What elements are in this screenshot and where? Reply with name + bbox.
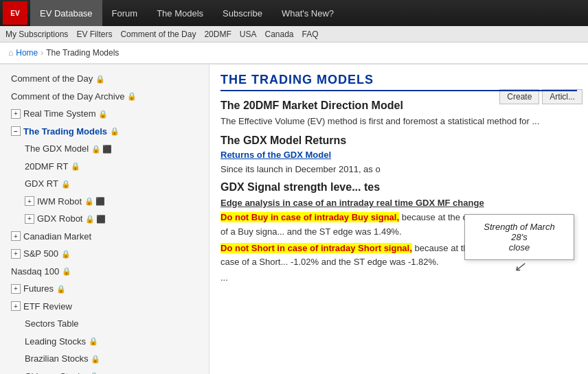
sidebar-item-etf-review[interactable]: + ETF Review bbox=[0, 298, 209, 316]
lock-icon: 🔒 bbox=[91, 353, 100, 365]
sidebar-label: IWM Robot bbox=[37, 195, 82, 209]
sidebar-item-brazilian-stocks[interactable]: Brazilian Stocks 🔒 bbox=[0, 350, 209, 368]
lock-icon: 🔒 bbox=[98, 108, 108, 120]
lock-icon: 🔒 bbox=[91, 143, 101, 155]
top-nav: EV EV Database Forum The Models Subscrib… bbox=[0, 0, 588, 26]
nav-tab-models[interactable]: The Models bbox=[147, 0, 213, 26]
sidebar-item-nasdaq100[interactable]: Nasdaq 100 🔒 bbox=[0, 263, 209, 281]
breadcrumb-separator: › bbox=[41, 48, 43, 58]
sidebar-item-trading-models[interactable]: − The Trading Models 🔒 bbox=[0, 123, 209, 141]
sidebar-label: The GDX Model bbox=[25, 142, 89, 156]
expander-icon[interactable]: + bbox=[11, 284, 21, 294]
sidebar-label: ETF Review bbox=[23, 300, 72, 314]
sidebar-item-canadian-market[interactable]: + Canadian Market bbox=[0, 228, 209, 246]
lock-icon: 🔒 bbox=[110, 126, 120, 137]
sidebar-item-leading-stocks[interactable]: Leading Stocks 🔒 bbox=[0, 333, 209, 351]
external-icon: ⬛ bbox=[96, 213, 106, 225]
sidebar-label: Canadian Market bbox=[23, 230, 91, 244]
sidebar-label: Nasdaq 100 bbox=[11, 265, 59, 279]
section1-body: The Effective Volume (EV) method is firs… bbox=[220, 116, 577, 126]
section2-body: Since its launch in December 2011, as o bbox=[220, 164, 577, 174]
sidebar-label: Leading Stocks bbox=[25, 335, 86, 349]
home-icon: ⌂ bbox=[8, 48, 13, 58]
lock-icon: 🔒 bbox=[56, 283, 66, 295]
breadcrumb-home-link[interactable]: Home bbox=[16, 48, 38, 58]
external-icon: ⬛ bbox=[102, 143, 112, 155]
sidebar-label: Brazilian Stocks bbox=[25, 352, 88, 366]
sidebar-label: 20DMF RT bbox=[25, 160, 68, 174]
sec-nav-usa[interactable]: USA bbox=[240, 30, 257, 39]
sidebar-label: GDX Robot bbox=[37, 212, 82, 226]
lock-icon: 🔒 bbox=[84, 196, 94, 207]
sec-nav-faq[interactable]: FAQ bbox=[302, 30, 319, 39]
page-title: THE TRADING MODELS bbox=[220, 73, 577, 91]
sidebar-label: Real Time System bbox=[23, 107, 95, 121]
lock-icon: 🔒 bbox=[62, 266, 71, 277]
tooltip-line2: close bbox=[509, 242, 530, 253]
sidebar-item-sp500[interactable]: + S&P 500 🔒 bbox=[0, 245, 209, 263]
breadcrumb: ⌂ Home › The Trading Models bbox=[0, 43, 588, 64]
external-icon: ⬛ bbox=[95, 196, 105, 207]
sidebar-label: GDX RT bbox=[25, 177, 58, 191]
sec-nav-20dmf[interactable]: 20DMF bbox=[204, 30, 231, 39]
tooltip-arrow: ↙ bbox=[514, 259, 525, 273]
sidebar-item-gdx-rt[interactable]: GDX RT 🔒 bbox=[0, 175, 209, 193]
breadcrumb-current: The Trading Models bbox=[46, 48, 119, 58]
sidebar-item-sectors-table[interactable]: Sectors Table bbox=[0, 315, 209, 333]
tooltip-line1: Strength of March 28's bbox=[484, 222, 554, 242]
signal-line-1-prefix: Do not Buy in case of intraday Buy signa… bbox=[220, 212, 399, 222]
sidebar-item-comment-of-day[interactable]: Comment of the Day 🔒 bbox=[0, 70, 209, 88]
sidebar-item-20dmf-rt[interactable]: 20DMF RT 🔒 bbox=[0, 158, 209, 176]
section3-title: GDX Signal strength leve... tes bbox=[220, 181, 577, 194]
lock-icon: 🔒 bbox=[127, 91, 137, 102]
sec-nav-comment-of-day[interactable]: Comment of the Day bbox=[120, 30, 196, 39]
section2-title: The GDX Model Returns bbox=[220, 135, 577, 147]
tooltip-box: Strength of March 28's close ↙ bbox=[464, 214, 574, 260]
edge-analysis-label: Edge analysis in case of an intraday rea… bbox=[220, 198, 577, 208]
sidebar-item-chinese-stocks[interactable]: Chinese Stocks 🔒 bbox=[0, 368, 209, 375]
nav-tab-forum[interactable]: Forum bbox=[102, 0, 148, 26]
lock-icon: 🔒 bbox=[85, 213, 95, 225]
expander-icon[interactable]: + bbox=[25, 214, 34, 224]
sidebar-item-iwm-robot[interactable]: + IWM Robot 🔒 ⬛ bbox=[0, 193, 209, 211]
expander-icon[interactable]: + bbox=[11, 109, 21, 119]
sidebar-label: Chinese Stocks bbox=[25, 370, 87, 375]
lock-icon: 🔒 bbox=[89, 336, 98, 347]
content-ellipsis: ... bbox=[220, 272, 577, 283]
sidebar-label: Comment of the Day Archive bbox=[11, 90, 124, 104]
expander-icon[interactable]: + bbox=[11, 249, 21, 259]
lock-icon: 🔒 bbox=[71, 161, 80, 172]
section1-title: The 20DMF Market Direction Model bbox=[220, 100, 577, 112]
sidebar-item-gdx-model[interactable]: The GDX Model 🔒 ⬛ bbox=[0, 140, 209, 158]
nav-tab-ev-database[interactable]: EV Database bbox=[30, 0, 102, 26]
sidebar-label: Sectors Table bbox=[25, 317, 79, 331]
expander-icon[interactable]: + bbox=[25, 196, 34, 206]
sec-nav-ev-filters[interactable]: EV Filters bbox=[76, 30, 112, 39]
main-layout: Comment of the Day 🔒 Comment of the Day … bbox=[0, 65, 588, 374]
sidebar-item-comment-archive[interactable]: Comment of the Day Archive 🔒 bbox=[0, 88, 209, 106]
signal-line-2-prefix: Do not Short in case of intraday Short s… bbox=[220, 243, 412, 253]
sidebar: Comment of the Day 🔒 Comment of the Day … bbox=[0, 65, 210, 374]
sidebar-label: The Trading Models bbox=[23, 125, 107, 139]
nav-tab-subscribe[interactable]: Subscribe bbox=[213, 0, 272, 26]
sidebar-label: Comment of the Day bbox=[11, 72, 93, 86]
sidebar-item-real-time-system[interactable]: + Real Time System 🔒 bbox=[0, 105, 209, 123]
lock-icon: 🔒 bbox=[95, 73, 105, 85]
content-area: THE TRADING MODELS The 20DMF Market Dire… bbox=[210, 65, 588, 374]
expander-icon[interactable]: + bbox=[11, 231, 21, 241]
sidebar-label: S&P 500 bbox=[23, 247, 58, 261]
logo: EV bbox=[3, 1, 27, 25]
sidebar-label: Futures bbox=[23, 282, 54, 296]
sidebar-item-futures[interactable]: + Futures 🔒 bbox=[0, 280, 209, 298]
lock-icon: 🔒 bbox=[61, 248, 71, 260]
lock-icon: 🔒 bbox=[61, 178, 71, 190]
lock-icon: 🔒 bbox=[89, 371, 99, 374]
sec-nav-canada[interactable]: Canada bbox=[264, 30, 293, 39]
expander-icon[interactable]: + bbox=[11, 301, 21, 311]
expander-icon[interactable]: − bbox=[11, 126, 21, 136]
sidebar-item-gdx-robot[interactable]: + GDX Robot 🔒 ⬛ bbox=[0, 210, 209, 228]
gdx-returns-link[interactable]: Returns of the GDX Model bbox=[220, 150, 577, 160]
sec-nav-my-subscriptions[interactable]: My Subscriptions bbox=[5, 30, 68, 39]
nav-tab-whats-new[interactable]: What's New? bbox=[272, 0, 343, 26]
secondary-nav: My Subscriptions EV Filters Comment of t… bbox=[0, 26, 588, 43]
